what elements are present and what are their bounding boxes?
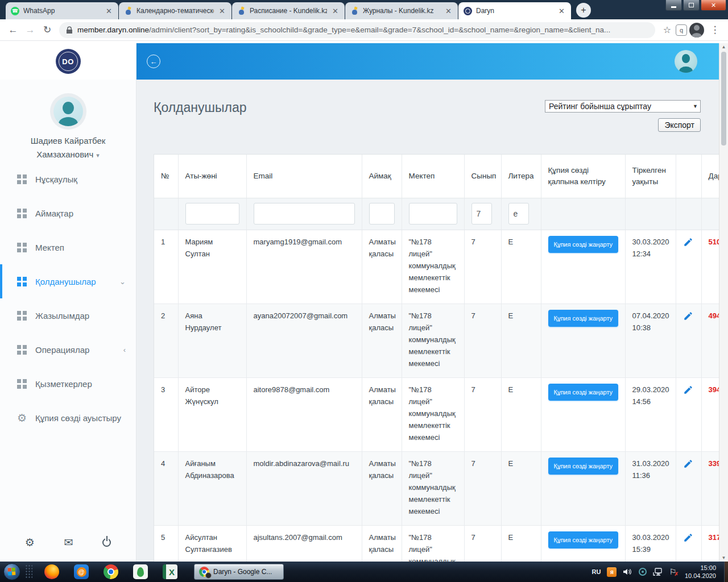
window-controls: ✕ [665,0,726,11]
tray-time: 15:00 [685,564,716,572]
sidebar-item-staff[interactable]: Қызметкерлер [0,367,136,401]
sidebar-item-school[interactable]: Мектеп [0,230,136,264]
mail-icon[interactable]: ✉ [64,536,73,549]
tray-clock[interactable]: 15:00 10.04.2020 [685,564,716,580]
grid-icon [17,345,27,355]
network-icon[interactable] [653,567,663,576]
controls: Рейтинг бойынша сұрыптау ▼ Экспорт [545,100,701,132]
scroll-down-icon[interactable]: ▼ [719,555,728,560]
close-icon[interactable]: ✕ [557,7,566,15]
power-icon[interactable] [102,538,111,547]
filter-name-input[interactable] [185,203,239,225]
close-window-button[interactable]: ✕ [701,0,726,11]
topbar-avatar[interactable] [675,50,697,73]
filter-school-input[interactable] [409,203,457,225]
sidebar-item-regions[interactable]: Аймақтар [0,196,136,230]
edit-pencil-button[interactable] [683,311,693,325]
language-indicator[interactable]: RU [592,568,601,575]
back-button[interactable]: ← [5,24,22,36]
extension-icon[interactable]: q [676,24,687,36]
reset-password-button[interactable]: Құпия сөзді жаңарту [548,458,619,475]
new-tab-button[interactable]: + [576,3,591,18]
sidebar-item-users[interactable]: Қолданушылар⌄ [0,264,136,298]
reset-password-button[interactable]: Құпия сөзді жаңарту [548,531,619,548]
users-table: № Аты-жөні Email Аймақ Мектеп Сынып Лите… [154,155,719,562]
cell-num: 4 [154,451,178,525]
kundelik-icon [350,7,359,15]
scroll-up-icon[interactable]: ▲ [719,44,728,49]
reset-password-button[interactable]: Құпия сөзді жаңарту [548,310,619,327]
cell-grade: 7 [464,377,501,451]
mailru-icon[interactable]: @ [74,564,89,579]
cell-school: "№178 лицей" коммуналдық мемлекеттік мек… [402,304,464,377]
forward-button[interactable]: → [22,24,39,36]
close-icon[interactable]: ✕ [444,7,453,15]
collapse-sidebar-button[interactable]: ← [147,55,160,68]
export-button[interactable]: Экспорт [658,118,701,132]
close-icon[interactable]: ✕ [331,7,340,15]
daryn-logo[interactable]: DO [56,49,81,74]
chevron-left-icon: ‹ [123,346,126,354]
reload-button[interactable]: ↻ [39,24,56,36]
start-button[interactable] [3,563,20,580]
col-school: Мектеп [402,155,464,198]
cell-date: 29.03.2020 [632,384,669,396]
filter-email-input[interactable] [254,203,355,225]
cell-region: Алматы қаласы [362,451,402,525]
cell-grade: 7 [464,525,501,562]
user-profile: Шадиев Кайратбек Хамзаханович▾ [0,80,136,162]
wireless-icon[interactable] [639,568,647,576]
edit-pencil-button[interactable] [683,385,693,398]
action-center-flag-icon[interactable]: ⚐✗ [669,567,676,576]
edit-pencil-button[interactable] [683,237,693,251]
show-desktop-button[interactable] [724,562,728,582]
tab-title: Расписание - Kundelik.kz [250,7,327,15]
active-task-daryn[interactable]: Daryn - Google C... [194,564,284,580]
sidebar-item-subscriptions[interactable]: Жазылымдар [0,298,136,332]
tab-kundelik-ktp[interactable]: Календарно-тематическое ✕ [119,2,231,19]
menu-dots-icon[interactable]: ⋮ [706,24,723,36]
close-icon[interactable]: ✕ [218,7,226,15]
grid-icon [17,311,27,321]
user-name[interactable]: Шадиев Кайратбек Хамзаханович▾ [0,134,136,162]
cell-grade: 7 [464,304,501,377]
cell-name: Мариям Султан [178,230,246,304]
sidebar-item-label: Мектеп [35,243,64,252]
punto-switcher-icon[interactable]: я [607,567,617,577]
sidebar-item-change-password[interactable]: ⚙Құпия сөзді ауыстыру [0,401,136,435]
sidebar-item-operations[interactable]: Операциялар‹ [0,332,136,367]
filter-letter-input[interactable] [508,203,529,225]
sort-select[interactable]: Рейтинг бойынша сұрыптау ▼ [545,100,701,113]
excel-icon[interactable]: X [163,564,177,579]
filter-grade-input[interactable] [471,203,492,225]
maximize-button[interactable] [683,0,700,11]
browser-scrollbar[interactable]: ▲ ▼ [719,43,728,562]
table-row: 3 Айторе Жүнүскул aitore9878@gmail.com А… [154,377,719,451]
tab-whatsapp[interactable]: ☎ WhatsApp ✕ [6,2,118,19]
coreldraw-icon[interactable] [133,564,148,579]
reset-password-button[interactable]: Құпия сөзді жаңарту [548,384,619,401]
tab-kundelik-journals[interactable]: Журналы - Kundelik.kz ✕ [345,2,458,19]
edit-pencil-button[interactable] [683,459,693,472]
edit-pencil-button[interactable] [683,533,693,546]
pencil-icon [683,533,693,543]
reset-password-button[interactable]: Құпия сөзді жаңарту [548,236,619,253]
tab-kundelik-schedule[interactable]: Расписание - Kundelik.kz ✕ [232,2,345,19]
tab-daryn[interactable]: Daryn ✕ [458,2,571,19]
sidebar-item-label: Жазылымдар [35,311,89,321]
filter-region-input[interactable] [369,203,395,225]
settings-gear-icon[interactable]: ⚙ [25,536,35,549]
sidebar-item-manual[interactable]: Нұсқаулық [0,162,136,196]
minimize-button[interactable] [665,0,682,11]
cell-email: maryamg1919@gmail.com [246,230,362,304]
firefox-icon[interactable] [44,564,59,579]
col-region: Аймақ [362,155,402,198]
address-bar[interactable]: member.daryn.online/admin/client?sort_by… [59,22,655,38]
bookmark-star-icon[interactable]: ☆ [659,24,676,35]
scrollbar-thumb[interactable] [721,52,726,146]
logo-box: DO [0,43,136,80]
profile-avatar[interactable] [689,23,704,38]
close-icon[interactable]: ✕ [105,7,113,15]
chrome-icon[interactable] [104,564,118,579]
volume-icon[interactable] [623,567,632,576]
